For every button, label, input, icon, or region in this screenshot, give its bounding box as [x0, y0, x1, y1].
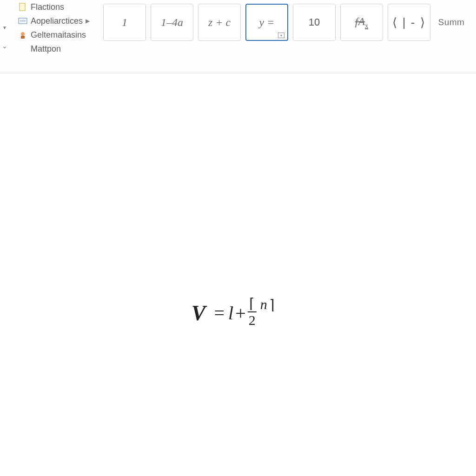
- ribbon-left-menu: Flactions Aopeliarctices ▶ Geltemaitasin…: [0, 0, 103, 56]
- gallery-label: 1–4a: [161, 16, 183, 29]
- menu-label: Mattpon: [31, 44, 61, 54]
- svg-point-3: [21, 32, 25, 36]
- menu-item-flactions[interactable]: Flactions: [0, 0, 103, 14]
- gallery-item-3[interactable]: z + c: [198, 4, 241, 41]
- gallery-dropdown-icon[interactable]: ▾: [278, 33, 284, 38]
- collapse-triangle-icon[interactable]: ▼: [2, 25, 7, 30]
- equation-object[interactable]: V = l + ⌈ 2 n ⌉: [192, 298, 275, 328]
- collapse-chevron-icon[interactable]: ⌄: [2, 42, 7, 50]
- eq-superscript: n: [260, 297, 267, 312]
- menu-label: Flactions: [31, 2, 64, 12]
- aopeliarctices-icon: [18, 16, 28, 26]
- submenu-arrow-icon: ▶: [86, 18, 90, 24]
- gallery-label: Summ: [438, 17, 465, 27]
- gallery-label: ⟨ | - ⟩: [392, 15, 425, 30]
- eq-term1: l: [228, 302, 233, 324]
- flactions-icon: [18, 2, 28, 12]
- svg-rect-0: [20, 3, 25, 11]
- gallery-label: 10: [309, 16, 320, 28]
- gallery-item-6[interactable]: fAx: [340, 4, 383, 41]
- equation-gallery: 1 1–4a z + c y = ▾ 10 fAx ⟨ | - ⟩ Summ: [103, 0, 468, 41]
- document-canvas[interactable]: V = l + ⌈ 2 n ⌉: [0, 73, 476, 476]
- gallery-item-1[interactable]: 1: [103, 4, 146, 41]
- gallery-label: 1: [122, 16, 127, 29]
- menu-item-geltemaitasins[interactable]: Geltemaitasins: [0, 28, 103, 42]
- menu-label: Geltemaitasins: [31, 30, 86, 40]
- ribbon-collapse-controls: ▼ ⌄: [2, 25, 7, 50]
- gallery-item-8[interactable]: Summ: [435, 4, 468, 41]
- gallery-item-5[interactable]: 10: [293, 4, 336, 41]
- gallery-item-2[interactable]: 1–4a: [151, 4, 193, 41]
- eq-frac-den: 2: [248, 313, 257, 327]
- gallery-label: fAx: [355, 15, 368, 30]
- menu-item-mattpon[interactable]: Mattpon: [0, 42, 103, 56]
- svg-rect-4: [21, 36, 25, 39]
- gallery-label: z + c: [208, 16, 231, 29]
- eq-lhs: V: [192, 301, 206, 325]
- eq-equals: =: [214, 302, 225, 324]
- gallery-item-7[interactable]: ⟨ | - ⟩: [388, 4, 430, 41]
- gallery-item-4[interactable]: y = ▾: [245, 4, 288, 41]
- gallery-label: y =: [259, 16, 275, 29]
- menu-label: Aopeliarctices: [31, 16, 83, 26]
- menu-item-aopeliarctices[interactable]: Aopeliarctices ▶: [0, 14, 103, 28]
- eq-plus: +: [235, 302, 246, 324]
- eq-close-bracket: ⌉: [269, 297, 275, 313]
- geltemaitasins-icon: [18, 30, 28, 40]
- ribbon: ▼ ⌄ Flactions Aopeliarctices ▶ Geltemait…: [0, 0, 476, 73]
- eq-fraction: ⌈ 2: [248, 297, 257, 327]
- eq-frac-num: ⌈: [248, 297, 256, 311]
